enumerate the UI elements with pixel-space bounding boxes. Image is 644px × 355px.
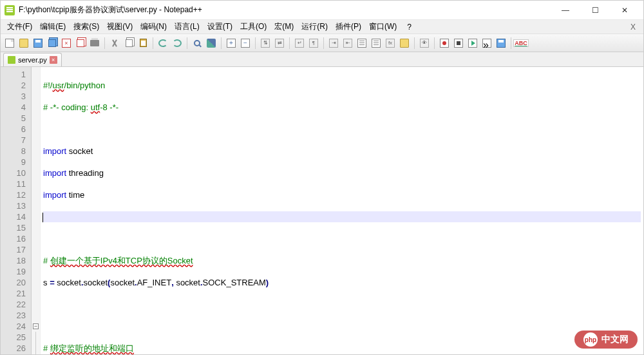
outdent-button[interactable]: ⇤ (341, 37, 354, 50)
replace-button[interactable] (205, 37, 218, 50)
sync-v-button[interactable]: ⇅ (259, 37, 272, 50)
menu-plugins[interactable]: 插件(P) (332, 20, 365, 34)
line-number: 27 (1, 354, 31, 354)
stop-button[interactable] (452, 37, 465, 50)
editor[interactable]: 1 2 3 4 5 6 7 8 9 10 11 12 13 14 15 16 1… (1, 66, 643, 354)
menu-tools[interactable]: 工具(O) (236, 20, 270, 34)
code-line-current (43, 211, 641, 222)
cut-icon (110, 39, 119, 48)
line-number: 21 (1, 288, 31, 299)
menu-run[interactable]: 运行(R) (298, 20, 332, 34)
folder-tree-icon (400, 39, 409, 48)
menu-encode[interactable]: 编码(N) (137, 20, 171, 34)
toolbar-separator (414, 37, 415, 49)
save-all-icon (48, 39, 56, 47)
line-number: 11 (1, 178, 31, 189)
fast-forward-icon: » (482, 39, 491, 48)
cut-button[interactable] (108, 37, 121, 50)
line-number: 5 (1, 113, 31, 124)
line-number: 20 (1, 277, 31, 288)
code-line: # 创建一个基于IPv4和TCP协议的Socket (43, 255, 641, 266)
code-line (43, 233, 641, 244)
line-number: 19 (1, 266, 31, 277)
toolbar-separator (104, 37, 105, 49)
watermark-logo: php (583, 332, 598, 347)
fold-toggle[interactable]: − (32, 354, 40, 354)
doc-map-button[interactable] (355, 37, 368, 50)
menu-macro[interactable]: 宏(M) (270, 20, 298, 34)
close-tab-button[interactable]: × (60, 37, 73, 50)
copy-button[interactable] (122, 37, 135, 50)
menu-search[interactable]: 搜索(S) (70, 20, 103, 34)
code-line (43, 299, 641, 310)
spellcheck-icon: ABC (513, 39, 529, 47)
paste-button[interactable] (137, 37, 149, 50)
outdent-icon: ⇤ (343, 39, 352, 48)
toolbar-separator (221, 37, 222, 49)
play-icon (468, 39, 477, 48)
monitor-icon: 👁 (420, 39, 429, 48)
close-button[interactable]: ✕ (610, 1, 639, 20)
allchars-button[interactable]: ¶ (307, 37, 320, 50)
new-file-button[interactable] (3, 37, 16, 50)
save-all-button[interactable] (46, 37, 59, 50)
open-file-button[interactable] (17, 37, 30, 50)
record-button[interactable] (438, 37, 451, 50)
tab-close-button[interactable]: × (50, 56, 57, 64)
play-multi-button[interactable]: » (480, 37, 493, 50)
code-line: import threading (43, 168, 641, 178)
line-number: 3 (1, 91, 31, 102)
copy-icon (126, 39, 133, 47)
menu-language[interactable]: 语言(L) (171, 20, 204, 34)
save-button[interactable] (32, 37, 44, 50)
zoom-in-icon (227, 39, 236, 48)
wordwrap-button[interactable]: ↵ (293, 37, 306, 50)
undo-icon (158, 39, 167, 47)
play-button[interactable] (466, 37, 479, 50)
func-list-button[interactable]: fx (384, 37, 397, 50)
spellcheck-button[interactable]: ABC (515, 37, 527, 50)
monitor-button[interactable]: 👁 (418, 37, 431, 50)
folder-button[interactable] (398, 37, 411, 50)
menu-window[interactable]: 窗口(W) (365, 20, 401, 34)
code-area[interactable]: #!/usr/bin/python # -*- coding: utf-8 -*… (41, 67, 643, 354)
fold-toggle[interactable]: − (32, 321, 40, 332)
zoom-in-button[interactable] (225, 37, 238, 50)
stop-icon (454, 39, 463, 48)
menubar-close-x[interactable]: X (625, 21, 641, 33)
tab-server-py[interactable]: server.py × (3, 53, 62, 66)
undo-button[interactable] (156, 37, 169, 50)
redo-button[interactable] (171, 37, 184, 50)
indent-button[interactable]: ⇥ (327, 37, 340, 50)
doc-list-button[interactable] (370, 37, 383, 50)
doc-list-icon (372, 39, 381, 48)
close-all-button[interactable] (74, 37, 87, 50)
redo-icon (173, 39, 182, 47)
maximize-button[interactable]: ☐ (580, 1, 610, 20)
line-number: 8 (1, 146, 31, 157)
wordwrap-icon: ↵ (295, 39, 304, 48)
watermark-text: 中文网 (601, 334, 629, 345)
menu-view[interactable]: 视图(V) (103, 20, 137, 34)
toolbar-separator (323, 37, 324, 49)
menu-help[interactable]: ? (403, 21, 415, 33)
allchars-icon: ¶ (309, 39, 318, 48)
toolbar-separator (289, 37, 290, 49)
line-number: 10 (1, 168, 31, 178)
menu-edit[interactable]: 编辑(E) (36, 20, 70, 34)
window-title: F:\python\tcpip服务器协议测试\server.py - Notep… (19, 5, 202, 15)
save-macro-button[interactable] (495, 37, 507, 50)
line-number: 4 (1, 102, 31, 113)
line-number: 2 (1, 80, 31, 91)
find-button[interactable] (191, 37, 204, 50)
print-button[interactable] (88, 37, 101, 50)
menu-settings[interactable]: 设置(T) (204, 20, 236, 34)
zoom-out-button[interactable] (239, 37, 252, 50)
minimize-button[interactable]: — (551, 1, 580, 20)
line-number: 1 (1, 69, 31, 80)
sync-h-button[interactable]: ⇄ (273, 37, 286, 50)
menu-file[interactable]: 文件(F) (3, 20, 36, 34)
tab-label: server.py (18, 56, 47, 64)
line-number: 13 (1, 200, 31, 211)
sync-v-icon: ⇅ (261, 39, 270, 48)
